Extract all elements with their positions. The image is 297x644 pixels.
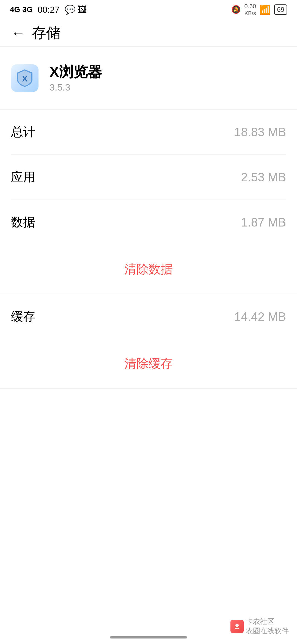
storage-label-cache: 缓存 [11,309,35,325]
chat-icon: 💬 [65,4,76,15]
storage-label-app: 应用 [11,169,35,185]
cache-section: 缓存 14.42 MB [0,294,297,339]
storage-value-app: 2.53 MB [241,170,286,184]
nav-bar [0,636,297,638]
watermark-text: 卡农社区 农圈在线软件 [246,617,289,636]
watermark-icon [230,620,244,633]
status-bar: 4G 3G 00:27 💬 🖼 🔕 0.60 KB/s 📶 69 [0,0,297,19]
clear-data-button[interactable]: 清除数据 [108,256,189,283]
clear-cache-button[interactable]: 清除缓存 [108,350,189,377]
signal-3g: 3G [22,5,32,14]
storage-item-cache: 缓存 14.42 MB [11,294,286,339]
nav-bar-indicator [110,636,187,638]
page-title: 存储 [32,23,61,43]
photo-icon: 🖼 [78,5,87,15]
network-speed: 0.60 KB/s [244,3,256,17]
app-version: 3.5.3 [50,82,102,93]
status-right: 🔕 0.60 KB/s 📶 69 [231,3,287,17]
storage-item-total: 总计 18.83 MB [11,110,286,155]
svg-text:X: X [22,74,28,83]
app-icon: X [11,64,38,92]
storage-value-data: 1.87 MB [241,215,286,229]
time-display: 00:27 [38,5,60,15]
wifi-icon: 📶 [259,4,271,15]
storage-item-data: 数据 1.87 MB [11,200,286,245]
app-info-section: X X浏览器 3.5.3 [0,47,297,109]
status-left: 4G 3G 00:27 💬 🖼 [10,4,87,15]
storage-label-data: 数据 [11,214,35,230]
storage-item-app: 应用 2.53 MB [11,155,286,200]
watermark: 卡农社区 农圈在线软件 [230,617,289,636]
storage-label-total: 总计 [11,124,35,140]
storage-list: 总计 18.83 MB 应用 2.53 MB 数据 1.87 MB [0,110,297,245]
mute-icon: 🔕 [231,5,241,14]
app-details: X浏览器 3.5.3 [50,63,102,93]
storage-value-cache: 14.42 MB [234,310,286,324]
back-button[interactable]: ← [11,25,25,41]
svg-point-1 [235,624,239,627]
battery-indicator: 69 [274,4,287,15]
battery-level: 69 [277,6,284,13]
clear-cache-container: 清除缓存 [0,339,297,389]
page-header: ← 存储 [0,19,297,47]
signal-4g: 4G [10,5,20,14]
storage-value-total: 18.83 MB [234,125,286,139]
clear-data-container: 清除数据 [0,245,297,294]
app-name: X浏览器 [50,63,102,80]
